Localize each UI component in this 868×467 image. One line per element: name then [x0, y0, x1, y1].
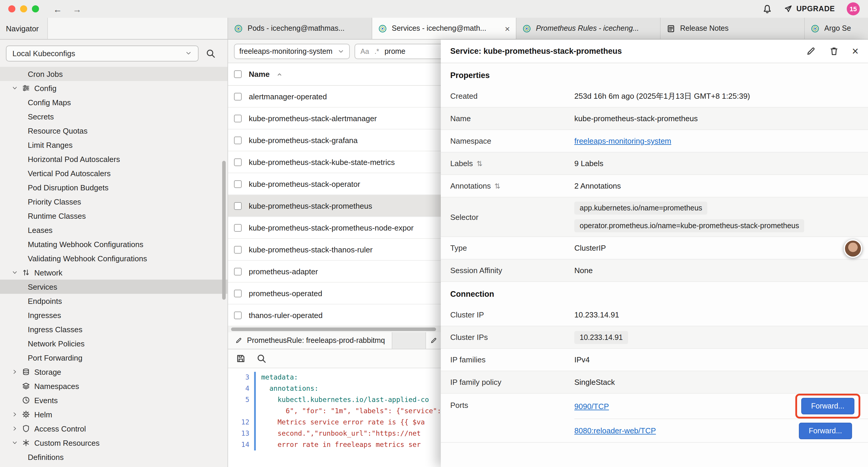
editor-tab[interactable]: PrometheusRule: freeleaps-prod-rabbitmq	[228, 332, 393, 349]
property-value: 9 Labels	[574, 155, 859, 172]
sidebar-item-storage[interactable]: Storage	[0, 365, 227, 379]
row-checkbox[interactable]	[234, 92, 242, 100]
upgrade-button[interactable]: UPGRADE	[784, 5, 835, 13]
save-icon[interactable]	[236, 353, 246, 363]
close-drawer-icon[interactable]: ×	[852, 46, 859, 57]
kubeconfig-selector[interactable]: Local Kubeconfigs	[6, 45, 198, 61]
port-link[interactable]: 8080:reloader-web/TCP	[574, 426, 656, 435]
property-value: 2 Annotations	[574, 177, 859, 195]
sidebar-item-horizontal-pod-autoscalers[interactable]: Horizontal Pod Autoscalers	[0, 152, 227, 166]
sidebar-item-mutating-webhook-configurations[interactable]: Mutating Webhook Configurations	[0, 237, 227, 251]
sort-updown-icon[interactable]: ⇅	[494, 182, 500, 190]
column-name[interactable]: Name	[249, 70, 270, 79]
tab-release-notes[interactable]: Release Notes	[660, 18, 805, 39]
tab-pods-icecheng-mathmas[interactable]: Pods - icecheng@mathmas...	[228, 18, 372, 39]
table-row-kube-prometheus-stack-thanos-rul[interactable]: kube-prometheus-stack-thanos-ruler	[228, 239, 441, 261]
table-row-kube-prometheus-stack-prometheus[interactable]: kube-prometheus-stack-prometheus-node-ex…	[228, 217, 441, 239]
row-checkbox[interactable]	[234, 136, 242, 144]
sidebar-item-endpoints[interactable]: Endpoints	[0, 294, 227, 308]
sidebar-item-namespaces[interactable]: Namespaces	[0, 379, 227, 393]
edit-icon[interactable]	[806, 46, 816, 56]
row-checkbox[interactable]	[234, 224, 242, 231]
table-row-kube-prometheus-stack-operator[interactable]: kube-prometheus-stack-operator	[228, 173, 441, 195]
editor-tab-partial[interactable]	[426, 332, 441, 349]
table-row-kube-prometheus-stack-prometheus[interactable]: kube-prometheus-stack-prometheus	[228, 195, 441, 217]
sidebar-item-pod-disruption-budgets[interactable]: Pod Disruption Budgets	[0, 180, 227, 195]
sidebar-item-secrets[interactable]: Secrets	[0, 109, 227, 123]
table-row-prometheus-adapter[interactable]: prometheus-adapter	[228, 261, 441, 283]
row-checkbox[interactable]	[234, 158, 242, 166]
row-checkbox[interactable]	[234, 180, 242, 188]
sidebar-item-port-forwarding[interactable]: Port Forwarding	[0, 351, 227, 365]
close-window-button[interactable]	[8, 5, 16, 12]
notifications-bell-icon[interactable]	[762, 4, 772, 14]
row-checkbox[interactable]	[234, 311, 242, 319]
value-chip: 10.233.14.91	[574, 331, 628, 344]
row-checkbox[interactable]	[234, 267, 242, 275]
port-link[interactable]: 9090/TCP	[574, 402, 609, 411]
delete-icon[interactable]	[829, 46, 839, 56]
sort-updown-icon[interactable]: ⇅	[476, 159, 483, 168]
sidebar-item-vertical-pod-autoscalers[interactable]: Vertical Pod Autoscalers	[0, 166, 227, 180]
sidebar-item-config-maps[interactable]: Config Maps	[0, 95, 227, 109]
table-row-kube-prometheus-stack-grafana[interactable]: kube-prometheus-stack-grafana	[228, 129, 441, 151]
namespace-link[interactable]: freeleaps-monitoring-system	[574, 137, 859, 145]
search-icon[interactable]	[256, 353, 267, 363]
sidebar-item-network-policies[interactable]: Network Policies	[0, 337, 227, 351]
sidebar-item-ingresses[interactable]: Ingresses	[0, 308, 227, 322]
sidebar-item-resource-quotas[interactable]: Resource Quotas	[0, 123, 227, 138]
tab-prometheus-rules-icecheng[interactable]: Prometheus Rules - icecheng...	[517, 18, 660, 39]
search-icon[interactable]	[206, 48, 216, 58]
notification-count-badge[interactable]: 15	[847, 2, 860, 16]
row-checkbox[interactable]	[234, 114, 242, 122]
forward-button[interactable]: Forward...	[799, 422, 852, 439]
sidebar-item-leases[interactable]: Leases	[0, 223, 227, 237]
tab-services-icecheng-math[interactable]: Services - icecheng@math...×	[372, 18, 517, 39]
row-checkbox[interactable]	[234, 202, 242, 209]
regex-toggle[interactable]: .*	[374, 47, 379, 55]
sidebar-item-runtime-classes[interactable]: Runtime Classes	[0, 209, 227, 223]
horizontal-scrollbar[interactable]	[228, 326, 441, 332]
sidebar-item-helm[interactable]: Helm	[0, 407, 227, 421]
property-label: Labels⇅	[450, 159, 574, 168]
sidebar-item-label: Ingress Classes	[28, 325, 83, 334]
sidebar-scrollbar[interactable]	[222, 161, 226, 300]
chevron-down-icon	[337, 48, 344, 55]
table-search-input[interactable]: Aa .* prome	[354, 43, 441, 59]
back-button[interactable]: ←	[53, 4, 62, 14]
maximize-window-button[interactable]	[32, 5, 39, 12]
match-case-toggle[interactable]: Aa	[361, 47, 369, 55]
select-all-checkbox[interactable]	[234, 70, 242, 78]
close-tab-icon[interactable]: ×	[505, 23, 510, 33]
table-row-kube-prometheus-stack-alertmanag[interactable]: kube-prometheus-stack-alertmanager	[228, 108, 441, 129]
row-checkbox[interactable]	[234, 289, 242, 297]
row-checkbox[interactable]	[234, 245, 242, 253]
table-row-prometheus-operated[interactable]: prometheus-operated	[228, 283, 441, 304]
property-label: Type	[450, 243, 574, 253]
chevright-icon	[12, 369, 18, 375]
yaml-editor[interactable]: 3metadata:4 annotations:5 kubectl.kubern…	[228, 368, 441, 467]
sidebar-item-definitions[interactable]: Definitions	[0, 450, 227, 464]
sidebar-item-custom-resources[interactable]: Custom Resources	[0, 436, 227, 450]
sidebar-item-access-control[interactable]: Access Control	[0, 421, 227, 436]
sidebar-item-events[interactable]: Events	[0, 393, 227, 407]
forward-button[interactable]: Forward...	[801, 398, 855, 414]
sidebar-item-config[interactable]: Config	[0, 81, 227, 95]
table-row-kube-prometheus-stack-kube-state[interactable]: kube-prometheus-stack-kube-state-metrics	[228, 151, 441, 173]
namespace-filter-dropdown[interactable]: freeleaps-monitoring-system	[234, 43, 350, 59]
table-row-thanos-ruler-operated[interactable]: thanos-ruler-operated	[228, 304, 441, 326]
sidebar-item-cron-jobs[interactable]: Cron Jobs	[0, 67, 227, 81]
sort-ascending-icon[interactable]	[277, 71, 283, 77]
sidebar-item-limit-ranges[interactable]: Limit Ranges	[0, 138, 227, 152]
table-row-alertmanager-operated[interactable]: alertmanager-operated	[228, 86, 441, 108]
sidebar-item-network[interactable]: Network	[0, 265, 227, 280]
sidebar-item-ingress-classes[interactable]: Ingress Classes	[0, 322, 227, 337]
user-avatar[interactable]	[844, 239, 862, 258]
sidebar-item-priority-classes[interactable]: Priority Classes	[0, 195, 227, 209]
tab-argo-se[interactable]: Argo Se	[805, 18, 868, 39]
forward-button-nav[interactable]: →	[73, 4, 82, 14]
minimize-window-button[interactable]	[20, 5, 27, 12]
sidebar-item-validating-webhook-configuration[interactable]: Validating Webhook Configurations	[0, 251, 227, 265]
value-text: 253d 16h 6m ago (2025年1月13日 GMT+8 1:25:3…	[574, 91, 859, 101]
sidebar-item-services[interactable]: Services	[0, 280, 227, 294]
